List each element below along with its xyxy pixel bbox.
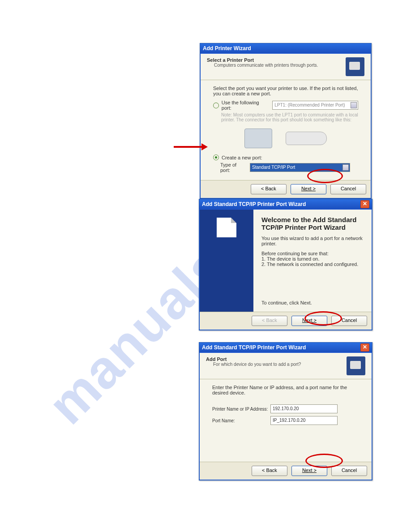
note-text: Note: Most computers use the LPT1 port t… <box>221 112 358 122</box>
titlebar: Add Standard TCP/IP Printer Port Wizard … <box>199 343 372 352</box>
cancel-button[interactable]: Cancel <box>330 184 366 194</box>
titlebar: Add Standard TCP/IP Printer Port Wizard … <box>199 199 372 209</box>
back-button[interactable]: < Back <box>251 184 287 194</box>
cancel-button[interactable]: Cancel <box>331 466 367 476</box>
next-button[interactable]: Next > <box>291 184 326 194</box>
red-arrow <box>174 143 208 150</box>
cable-icon <box>286 132 327 145</box>
ip-address-label: Printer Name or IP Address: <box>212 407 270 412</box>
wizard-subheading: For which device do you want to add a po… <box>213 362 347 367</box>
close-icon[interactable]: ✕ <box>360 200 369 208</box>
instruction-text: Enter the Printer Name or IP address, an… <box>212 385 359 395</box>
type-of-port-label: Type of port: <box>220 162 247 173</box>
close-icon[interactable]: ✕ <box>360 343 369 352</box>
next-button[interactable]: Next > <box>291 316 327 326</box>
dialog-tcpip-add-port: Add Standard TCP/IP Printer Port Wizard … <box>199 342 372 481</box>
welcome-heading: Welcome to the Add Standard TCP/IP Print… <box>261 216 364 231</box>
lpt-port-dropdown[interactable]: LPT1: (Recommended Printer Port) <box>272 101 358 110</box>
cancel-button[interactable]: Cancel <box>331 316 367 326</box>
port-name-input[interactable]: IP_192.170.0.20 <box>270 416 338 425</box>
before-text: Before continuing be sure that: <box>261 251 364 256</box>
dialog-title: Add Standard TCP/IP Printer Port Wizard <box>202 199 306 209</box>
printer-header-icon <box>347 356 365 375</box>
dialog-title: Add Standard TCP/IP Printer Port Wizard <box>202 343 306 352</box>
continue-text: To continue, click Next. <box>261 300 364 305</box>
wizard-heading: Select a Printer Port <box>207 57 346 63</box>
radio-create-port[interactable] <box>213 154 219 160</box>
port-type-dropdown[interactable]: Standard TCP/IP Port <box>250 163 350 172</box>
wizard-side-graphic <box>200 210 253 312</box>
ip-address-input[interactable]: 192.170.0.20 <box>270 404 338 413</box>
printer-icon <box>244 129 272 148</box>
wizard-subheading: Computers communicate with printers thro… <box>214 63 346 68</box>
before-item-2: 2. The network is connected and configur… <box>261 262 364 267</box>
connector-illustration <box>213 125 358 152</box>
radio-use-port[interactable] <box>213 103 219 108</box>
wizard-heading: Add Port <box>206 356 347 362</box>
dialog-add-printer-wizard: Add Printer Wizard Select a Printer Port… <box>200 43 372 199</box>
before-item-1: 1. The device is turned on. <box>261 256 364 262</box>
next-button[interactable]: Next > <box>291 466 327 476</box>
back-button[interactable]: < Back <box>252 466 287 476</box>
titlebar: Add Printer Wizard <box>200 43 371 53</box>
instruction-text: Select the port you want your printer to… <box>213 86 358 96</box>
dialog-title: Add Printer Wizard <box>203 43 251 53</box>
radio-use-port-label: Use the following port: <box>222 100 270 111</box>
welcome-desc: You use this wizard to add a port for a … <box>261 236 364 246</box>
port-name-label: Port Name: <box>212 418 270 423</box>
back-button: < Back <box>252 316 287 326</box>
dialog-tcpip-wizard-welcome: Add Standard TCP/IP Printer Port Wizard … <box>199 199 372 330</box>
document-icon <box>217 218 236 237</box>
printer-header-icon <box>346 57 364 76</box>
radio-create-port-label: Create a new port: <box>222 155 262 160</box>
